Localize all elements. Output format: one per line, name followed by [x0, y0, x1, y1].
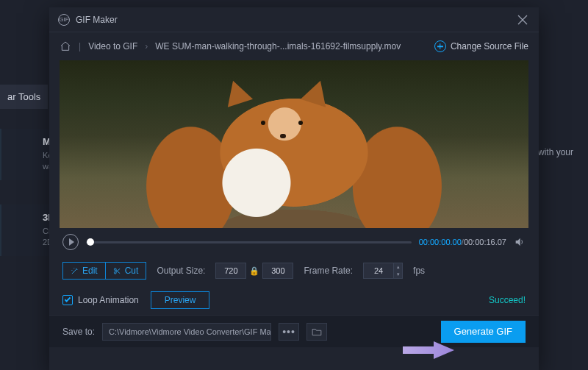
close-icon[interactable]: [515, 13, 530, 27]
timecode: 00:00:00.00/00:00:16.07: [419, 238, 506, 246]
browse-button[interactable]: •••: [279, 323, 299, 341]
change-source-button[interactable]: Change Source File: [434, 40, 528, 52]
width-input[interactable]: 720: [215, 263, 246, 279]
generate-gif-button[interactable]: Generate GIF: [441, 321, 526, 343]
lock-aspect-icon[interactable]: 🔒: [246, 266, 262, 276]
modal-title: GIF Maker: [76, 15, 118, 25]
modal-titlebar: GIF GIF Maker: [49, 7, 539, 32]
seek-thumb[interactable]: [87, 238, 94, 246]
volume-icon[interactable]: [514, 236, 526, 248]
fps-unit: fps: [413, 266, 425, 276]
seek-slider[interactable]: [86, 241, 412, 243]
home-icon[interactable]: [60, 40, 71, 52]
loop-checkbox[interactable]: [62, 295, 73, 305]
preview-button[interactable]: Preview: [151, 291, 210, 309]
cut-button[interactable]: Cut: [105, 262, 147, 280]
loop-label: Loop Animation: [78, 295, 139, 305]
scissors-icon: [113, 267, 121, 275]
output-size-label: Output Size:: [157, 266, 205, 276]
magic-wand-icon: [71, 267, 79, 275]
fps-input[interactable]: 24: [363, 263, 394, 279]
save-path-field[interactable]: C:\Vidmore\Vidmore Video Converter\GIF M…: [102, 323, 271, 341]
save-to-label: Save to:: [62, 327, 95, 337]
video-preview[interactable]: [60, 60, 528, 228]
plus-circle-icon: [434, 40, 446, 52]
change-source-label: Change Source File: [451, 41, 528, 51]
breadcrumb-filename: WE SUM-man-walking-through-...imals-1616…: [155, 41, 401, 51]
time-current: 00:00:00.00: [419, 238, 462, 246]
height-input[interactable]: 300: [262, 263, 293, 279]
app-icon: GIF: [58, 14, 70, 26]
breadcrumb-video-to-gif[interactable]: Video to GIF: [88, 41, 137, 51]
breadcrumb-sep1: |: [79, 41, 81, 51]
settings-row: Edit Cut Output Size: 720 🔒 300 Frame Ra…: [49, 256, 539, 285]
checkmark-icon: [65, 296, 71, 302]
edit-cut-group: Edit Cut: [62, 262, 146, 280]
save-row: Save to: C:\Vidmore\Vidmore Video Conver…: [49, 315, 539, 347]
cut-label: Cut: [125, 266, 139, 276]
stepper-down-icon[interactable]: ▼: [394, 271, 402, 278]
edit-button[interactable]: Edit: [62, 262, 105, 280]
video-frame-image: [60, 60, 528, 228]
fps-stepper[interactable]: ▲ ▼: [394, 263, 403, 279]
player-controls: 00:00:00.00/00:00:16.07: [49, 228, 539, 256]
bg-sidebar-tab: ar Tools: [0, 85, 48, 109]
options-row: Loop Animation Preview Succeed!: [49, 285, 539, 315]
breadcrumb: | Video to GIF › WE SUM-man-walking-thro…: [49, 32, 539, 60]
play-button[interactable]: [62, 234, 79, 250]
stepper-up-icon[interactable]: ▲: [394, 263, 402, 271]
open-folder-button[interactable]: [306, 323, 327, 341]
folder-icon: [312, 327, 322, 336]
gif-maker-modal: GIF GIF Maker | Video to GIF › WE SUM-ma…: [49, 7, 539, 370]
time-total: 00:00:16.07: [464, 238, 506, 246]
breadcrumb-chevron-icon: ›: [145, 41, 148, 51]
frame-rate-label: Frame Rate:: [304, 266, 353, 276]
play-icon: [69, 238, 74, 246]
edit-label: Edit: [82, 266, 98, 276]
status-succeed: Succeed!: [489, 295, 526, 305]
